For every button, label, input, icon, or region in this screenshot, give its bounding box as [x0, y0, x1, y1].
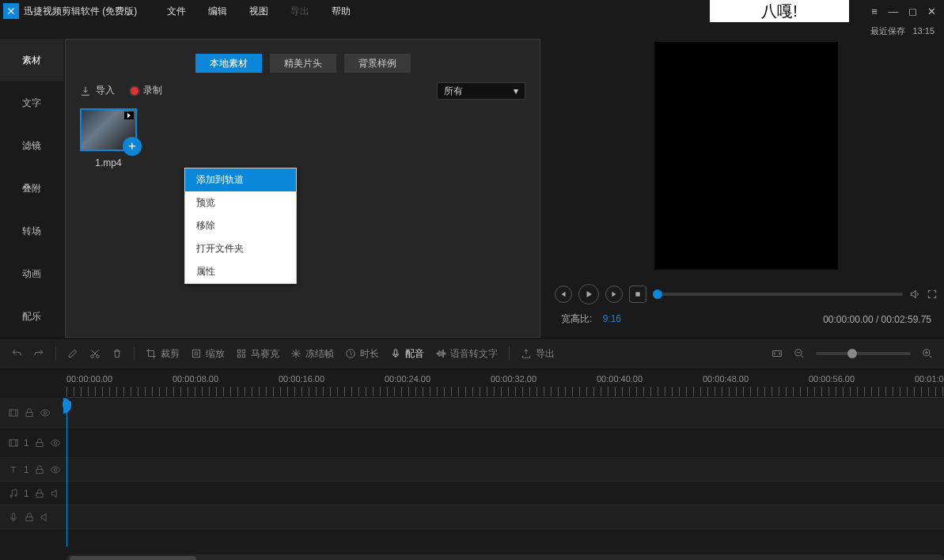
add-icon[interactable]: +: [123, 137, 142, 156]
sidebar-item-text[interactable]: 文字: [0, 81, 63, 124]
minimize-icon[interactable]: ―: [884, 6, 903, 17]
edit-icon[interactable]: [67, 348, 78, 359]
lock-icon[interactable]: [34, 488, 45, 499]
media-thumb[interactable]: + 1.mp4: [80, 108, 137, 168]
speaker-icon[interactable]: [40, 512, 51, 523]
music-icon: [8, 488, 19, 499]
cm-open-folder[interactable]: 打开文件夹: [185, 237, 296, 260]
progress-knob[interactable]: [653, 289, 662, 299]
speech-to-text-button[interactable]: 语音转文字: [435, 347, 498, 361]
close-icon[interactable]: ✕: [922, 6, 941, 17]
crop-button[interactable]: 裁剪: [146, 347, 180, 361]
menu-file[interactable]: 文件: [156, 5, 197, 18]
main-area: 素材 文字 滤镜 叠附 转场 动画 配乐 本地素材 精美片头 背景样例 导入 录…: [0, 39, 944, 338]
sidebar-item-filter[interactable]: 滤镜: [0, 124, 63, 167]
menu-export[interactable]: 导出: [279, 5, 320, 18]
scrollbar-thumb[interactable]: [70, 556, 196, 560]
preview-pane: 宽高比: 9:16 00:00:00.00 / 00:02:59.75: [548, 39, 944, 338]
export-icon: [521, 348, 532, 359]
track-number: 1: [24, 437, 29, 448]
sidebar-item-music[interactable]: 配乐: [0, 295, 63, 338]
filter-select[interactable]: 所有 ▾: [437, 82, 525, 100]
duration-button[interactable]: 时长: [345, 347, 379, 361]
delete-icon[interactable]: [112, 348, 123, 359]
zoom-in-icon[interactable]: [922, 348, 933, 359]
svg-rect-0: [635, 292, 639, 296]
freeze-button[interactable]: 冻结帧: [290, 347, 334, 361]
more-icon[interactable]: ≡: [865, 6, 884, 17]
tab-local[interactable]: 本地素材: [195, 54, 262, 73]
eye-icon[interactable]: [50, 464, 61, 475]
import-button[interactable]: 导入: [80, 84, 115, 97]
lock-icon[interactable]: [24, 407, 35, 418]
svg-rect-14: [26, 412, 32, 416]
progress-bar[interactable]: [653, 293, 903, 296]
titlebar: 迅捷视频剪辑软件 (免费版) 文件 编辑 视图 导出 帮助 八嘎! ≡ ― ◻ …: [0, 0, 944, 22]
ruler-tick: 00:00:16.00: [279, 374, 324, 384]
track-video-main[interactable]: [0, 398, 944, 428]
undo-icon[interactable]: [11, 348, 22, 359]
last-saved-label: 最近保存: [870, 26, 905, 36]
sidebar-item-overlay[interactable]: 叠附: [0, 167, 63, 210]
lock-icon[interactable]: [34, 464, 45, 475]
eye-icon[interactable]: [50, 437, 61, 448]
cm-preview[interactable]: 预览: [185, 191, 296, 214]
fullscreen-icon[interactable]: [927, 289, 938, 300]
track-text[interactable]: 1: [0, 458, 944, 482]
next-frame-button[interactable]: [605, 286, 623, 303]
speech-icon: [435, 348, 446, 359]
track-video-2[interactable]: 1: [0, 428, 944, 458]
zoom-knob[interactable]: [847, 349, 857, 358]
prev-frame-button[interactable]: [555, 286, 572, 303]
voiceover-button[interactable]: 配音: [390, 347, 424, 361]
maximize-icon[interactable]: ◻: [903, 6, 922, 17]
crop-icon: [146, 348, 157, 359]
play-button[interactable]: [578, 284, 599, 305]
banner-ad[interactable]: 八嘎!: [710, 0, 849, 22]
fit-icon[interactable]: [772, 348, 783, 359]
sidebar-item-material[interactable]: 素材: [0, 39, 63, 81]
stop-button[interactable]: [629, 286, 646, 303]
volume-icon[interactable]: [909, 289, 920, 300]
playhead[interactable]: [66, 401, 67, 547]
aspect-row: 宽高比: 9:16 00:00:00.00 / 00:02:59.75: [548, 305, 944, 326]
track-head: 1: [0, 437, 63, 448]
sidebar-item-transition[interactable]: 转场: [0, 210, 63, 252]
export-button[interactable]: 导出: [521, 347, 555, 361]
time-display: 00:00:00.00 / 00:02:59.75: [823, 314, 931, 325]
lock-icon[interactable]: [24, 512, 35, 523]
menu-help[interactable]: 帮助: [320, 5, 362, 18]
track-audio[interactable]: 1: [0, 482, 944, 505]
panel-tabs: 本地素材 精美片头 背景样例: [80, 54, 525, 73]
play-controls: [548, 284, 944, 305]
tab-background[interactable]: 背景样例: [344, 54, 411, 73]
ruler-tick: 00:00:56.00: [809, 374, 855, 384]
cm-properties[interactable]: 属性: [185, 260, 296, 283]
cut-icon[interactable]: [89, 348, 100, 359]
zoom-slider[interactable]: [816, 352, 911, 355]
redo-icon[interactable]: [33, 348, 44, 359]
tab-intro[interactable]: 精美片头: [270, 54, 336, 73]
zoom-out-icon[interactable]: [794, 348, 805, 359]
aspect-value[interactable]: 9:16: [603, 313, 621, 324]
timeline-scrollbar[interactable]: [66, 554, 944, 560]
timeline-ruler[interactable]: 00:00:00.00 00:00:08.00 00:00:16.00 00:0…: [66, 369, 944, 398]
track-voiceover[interactable]: [0, 505, 944, 529]
import-label: 导入: [96, 84, 115, 97]
svg-rect-4: [237, 350, 241, 353]
menu-edit[interactable]: 编辑: [197, 5, 238, 18]
speaker-icon[interactable]: [50, 488, 61, 499]
eye-icon[interactable]: [40, 407, 51, 418]
mosaic-button[interactable]: 马赛克: [236, 347, 279, 361]
ruler-tick: 00:00:32.00: [491, 374, 536, 384]
cm-remove[interactable]: 移除: [185, 214, 296, 237]
record-button[interactable]: 录制: [131, 84, 162, 97]
thumb-image: +: [80, 108, 137, 151]
clock-icon: [345, 348, 356, 359]
zoom-button[interactable]: 缩放: [191, 347, 225, 361]
svg-rect-5: [242, 350, 245, 353]
sidebar-item-animation[interactable]: 动画: [0, 252, 63, 295]
lock-icon[interactable]: [34, 437, 45, 448]
menu-view[interactable]: 视图: [238, 5, 279, 18]
cm-add-to-track[interactable]: 添加到轨道: [185, 168, 296, 191]
